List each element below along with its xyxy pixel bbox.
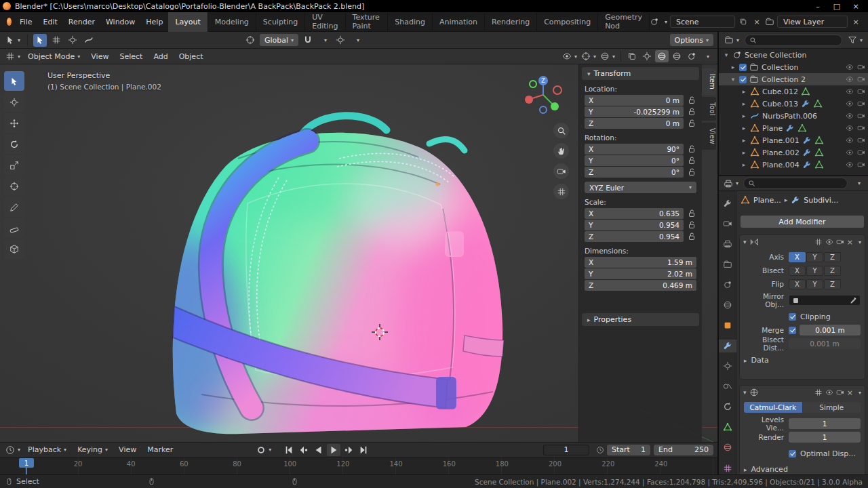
- render-camera-icon[interactable]: [857, 63, 865, 71]
- tab-render-properties[interactable]: [719, 217, 736, 230]
- simple-button[interactable]: Simple: [803, 402, 861, 413]
- auto-keying-record-button[interactable]: ▾: [255, 443, 273, 456]
- mode-dropdown[interactable]: Object Mode▾: [23, 49, 85, 64]
- eyedropper-icon[interactable]: [850, 297, 857, 304]
- previous-keyframe-button[interactable]: [297, 444, 311, 456]
- scale-z-field[interactable]: Z0.954: [585, 231, 684, 242]
- eye-icon[interactable]: [846, 112, 854, 120]
- menu-view[interactable]: View: [86, 49, 113, 64]
- render-toggle-icon[interactable]: [836, 388, 844, 396]
- tab-tool-properties[interactable]: [719, 197, 736, 209]
- lock-icon[interactable]: [687, 119, 696, 128]
- tab-physics-properties[interactable]: [719, 380, 736, 393]
- expand-arrow[interactable]: ▸: [730, 64, 736, 70]
- expand-arrow[interactable]: ▾: [730, 76, 736, 83]
- collection-checkbox[interactable]: [739, 76, 747, 83]
- levels-viewport-field[interactable]: 1: [789, 418, 861, 429]
- gizmos-dropdown[interactable]: ▾: [580, 50, 597, 63]
- workspace-tab-animation[interactable]: Animation: [433, 12, 485, 32]
- object-type-visibility-dropdown[interactable]: ▾: [561, 50, 578, 63]
- rotation-x-field[interactable]: X90°: [585, 144, 684, 155]
- render-camera-icon[interactable]: [857, 161, 865, 169]
- menu-edit[interactable]: Edit: [37, 12, 62, 32]
- navigation-gizmo[interactable]: Z: [524, 75, 563, 115]
- tool-add-cube[interactable]: [4, 239, 24, 259]
- tab-tool[interactable]: Tool: [702, 97, 716, 121]
- maximize-button[interactable]: □: [827, 0, 846, 12]
- tab-texture-properties[interactable]: [719, 462, 736, 474]
- outliner-row-object[interactable]: ▸ Cube.013: [719, 98, 868, 110]
- realtime-toggle-icon[interactable]: [825, 388, 833, 396]
- tab-output-properties[interactable]: [719, 237, 736, 250]
- rotation-y-field[interactable]: Y0°: [585, 155, 684, 166]
- tool-cursor[interactable]: [4, 92, 24, 112]
- outliner-row-object-active[interactable]: ▸ Plane.002: [719, 146, 868, 159]
- mirror-modifier-header[interactable]: ▾ × ▾: [740, 235, 865, 249]
- orientation-dropdown[interactable]: Global▾: [260, 34, 298, 46]
- frame-start-field[interactable]: Start1: [607, 445, 650, 455]
- options-dropdown[interactable]: Options▾: [670, 34, 713, 46]
- overlays-dropdown[interactable]: ▾: [599, 50, 616, 63]
- expand-arrow[interactable]: ▸: [741, 137, 747, 144]
- proportional-falloff-dropdown[interactable]: ▾: [350, 34, 363, 47]
- snap-dropdown[interactable]: ▾: [317, 34, 331, 47]
- play-button[interactable]: [327, 444, 340, 456]
- minimize-button[interactable]: –: [808, 0, 827, 12]
- select-lasso-tool[interactable]: [82, 34, 96, 47]
- workspace-tab-texture-paint[interactable]: Texture Paint: [346, 12, 389, 32]
- mirror-axis-y-button[interactable]: Y: [806, 252, 823, 262]
- modifier-remove-button[interactable]: ×: [847, 388, 853, 397]
- tab-world-properties[interactable]: [719, 298, 736, 311]
- location-z-field[interactable]: Z0 m: [585, 118, 684, 129]
- outliner-row-object[interactable]: ▸ NurbsPath.006: [719, 110, 868, 122]
- eye-icon[interactable]: [846, 124, 854, 132]
- lock-icon[interactable]: [687, 107, 696, 117]
- render-camera-icon[interactable]: [857, 136, 865, 144]
- lock-icon[interactable]: [687, 167, 696, 177]
- timeline-editor-type-button[interactable]: ▾: [4, 443, 22, 456]
- tool-rotate[interactable]: [4, 134, 24, 154]
- grid-ortho-icon[interactable]: [553, 184, 569, 199]
- shading-solid-button[interactable]: [655, 50, 669, 62]
- workspace-tab-sculpting[interactable]: Sculpting: [256, 12, 305, 32]
- breadcrumb-object[interactable]: Plane...: [753, 196, 781, 205]
- mirror-axis-x-button[interactable]: X: [789, 252, 806, 262]
- properties-search-input[interactable]: [743, 178, 848, 189]
- timeline-ruler[interactable]: 20 40 60 80 100 120 140 160 180 200 220 …: [0, 457, 717, 474]
- tool-measure[interactable]: [4, 218, 24, 238]
- render-camera-icon[interactable]: [857, 112, 865, 120]
- snap-toggle[interactable]: [301, 34, 315, 47]
- blender-menu-icon[interactable]: [7, 18, 12, 26]
- scale-x-field[interactable]: X0.635: [585, 208, 684, 219]
- expand-arrow[interactable]: ▸: [741, 161, 747, 168]
- tool-annotate[interactable]: [4, 197, 24, 217]
- backpack-model[interactable]: [139, 102, 532, 442]
- menu-marker[interactable]: Marker: [142, 443, 178, 458]
- eye-icon[interactable]: [846, 75, 854, 83]
- flip-y-button[interactable]: Y: [806, 279, 823, 289]
- eye-icon[interactable]: [846, 148, 854, 157]
- lock-icon[interactable]: [687, 96, 696, 105]
- dimensions-z-field[interactable]: Z0.469 m: [585, 280, 696, 291]
- advanced-section-label[interactable]: Advanced: [751, 465, 788, 474]
- mirror-axis-z-button[interactable]: Z: [824, 252, 841, 262]
- menu-object[interactable]: Object: [174, 49, 208, 64]
- modifier-extras-dropdown[interactable]: ▾: [859, 390, 861, 396]
- location-y-field[interactable]: Y-0.025299 m: [585, 106, 684, 117]
- select-tweak-tool[interactable]: [33, 34, 47, 47]
- tab-scene-properties[interactable]: [719, 278, 736, 291]
- expand-arrow[interactable]: ▸: [741, 100, 747, 107]
- playhead-marker[interactable]: 1: [19, 458, 34, 468]
- workspace-tab-uv-editing[interactable]: UV Editing: [305, 12, 345, 32]
- render-camera-icon[interactable]: [857, 148, 865, 157]
- breadcrumb-modifier[interactable]: Subdivi...: [804, 196, 838, 205]
- outliner-row-collection[interactable]: ▸ Collection: [719, 61, 868, 73]
- add-modifier-button[interactable]: Add Modifier: [741, 216, 864, 228]
- subdivision-modifier-header[interactable]: ▾ × ▾: [740, 386, 865, 399]
- tab-object-data-properties[interactable]: [719, 421, 736, 434]
- data-section-arrow[interactable]: ▸: [744, 357, 747, 364]
- proportional-edit-toggle[interactable]: [334, 34, 347, 47]
- transform-orientation-icon[interactable]: [243, 34, 257, 47]
- flip-x-button[interactable]: X: [789, 279, 806, 289]
- edit-mode-toggle-icon[interactable]: [814, 388, 823, 396]
